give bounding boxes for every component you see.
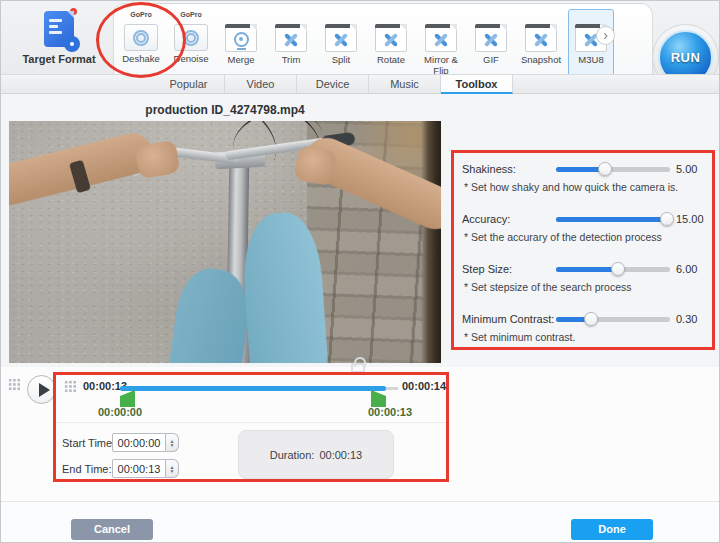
more-tools-arrow-icon[interactable]: ›	[596, 26, 615, 45]
start-time-input[interactable]: 00:00:00 ▲▼	[112, 433, 179, 452]
webcam-icon	[234, 32, 249, 47]
gopro-brand-label: GoPro	[180, 11, 201, 18]
min-contrast-slider[interactable]	[556, 317, 670, 322]
footer-bar: Cancel Done	[1, 501, 720, 543]
shakiness-caption: * Set how shaky and how quick the camera…	[464, 181, 678, 193]
gopro-camera-icon	[174, 24, 208, 51]
step-size-caption: * Set stepsize of the search process	[464, 281, 632, 293]
slider-knob[interactable]	[584, 312, 598, 326]
crossed-tools-icon	[532, 31, 550, 49]
min-contrast-caption: * Set minimum contrast.	[464, 331, 575, 343]
crossed-tools-icon	[432, 31, 450, 49]
gopro-camera-icon	[124, 24, 158, 51]
accuracy-slider[interactable]	[556, 217, 670, 222]
accuracy-label: Accuracy:	[462, 213, 510, 225]
step-size-label: Step Size:	[462, 263, 512, 275]
document-icon	[525, 24, 557, 52]
tool-mirror-flip[interactable]: Mirror & Flip	[418, 9, 464, 78]
video-filename: production ID_4274798.mp4	[9, 103, 441, 117]
slider-knob[interactable]	[660, 212, 674, 226]
document-icon	[425, 24, 457, 52]
content-area: production ID_4274798.mp4	[1, 95, 720, 501]
tool-rotate[interactable]: Rotate	[368, 9, 414, 78]
annotation-box-timeline: 00:00:13 00:00:14 00:00:00 00:00:13 Star…	[53, 372, 449, 482]
duration-display: Duration: 00:00:13	[238, 430, 394, 479]
accuracy-caption: * Set the accurary of the detection proc…	[464, 231, 662, 243]
document-icon	[475, 24, 507, 52]
tab-device[interactable]: Device	[297, 75, 369, 94]
tool-deshake[interactable]: GoPro Deshake	[118, 9, 164, 78]
rider-right-hand	[293, 145, 337, 186]
target-format-button[interactable]: Target Format	[9, 9, 109, 65]
drag-handle-icon[interactable]	[64, 380, 77, 393]
document-icon	[375, 24, 407, 52]
trim-selected-range	[120, 386, 386, 391]
trim-start-handle[interactable]	[120, 390, 135, 407]
tool-snapshot[interactable]: Snapshot	[518, 9, 564, 78]
crossed-tools-icon	[282, 31, 300, 49]
done-button[interactable]: Done	[571, 519, 653, 540]
tool-trim[interactable]: Trim	[268, 9, 314, 78]
start-time-label: Start Time:	[62, 437, 115, 449]
cancel-button[interactable]: Cancel	[71, 519, 153, 540]
stepper-icon[interactable]: ▲▼	[166, 459, 179, 478]
tools-panel: GoPro Deshake GoPro Denoise Merge Trim	[113, 3, 653, 74]
total-time: 00:00:14	[402, 380, 446, 392]
min-contrast-value: 0.30	[676, 313, 712, 325]
annotation-box-sliders: Shakiness: 5.00 * Set how shaky and how …	[451, 150, 715, 350]
accuracy-value: 15.00	[676, 213, 712, 225]
crossed-tools-icon	[482, 31, 500, 49]
trim-end-time: 00:00:13	[368, 406, 412, 418]
trim-start-time: 00:00:00	[98, 406, 142, 418]
end-time-label: End Time:	[62, 463, 112, 475]
category-tabstrip: Popular Video Device Music Toolbox	[1, 74, 720, 94]
tab-music[interactable]: Music	[369, 75, 441, 94]
tool-denoise[interactable]: GoPro Denoise	[168, 9, 214, 78]
target-format-label: Target Format	[9, 53, 109, 65]
tool-merge[interactable]: Merge	[218, 9, 264, 78]
document-icon	[275, 24, 307, 52]
crossed-tools-icon	[382, 31, 400, 49]
trim-end-handle[interactable]	[371, 390, 386, 407]
trim-track[interactable]	[120, 384, 398, 410]
tool-split[interactable]: Split	[318, 9, 364, 78]
shakiness-label: Shakiness:	[462, 163, 516, 175]
play-button[interactable]	[27, 375, 56, 404]
notification-dot	[70, 8, 77, 15]
stepper-icon[interactable]: ▲▼	[166, 433, 179, 452]
drag-handle-icon[interactable]	[8, 378, 21, 391]
document-icon	[325, 24, 357, 52]
slider-knob[interactable]	[611, 262, 625, 276]
end-time-input[interactable]: 00:00:13 ▲▼	[112, 459, 179, 478]
duration-value: 00:00:13	[319, 449, 362, 461]
document-icon	[225, 24, 257, 52]
min-contrast-label: Minimum Contrast:	[462, 313, 554, 325]
step-size-slider[interactable]	[556, 267, 670, 272]
tab-video[interactable]: Video	[225, 75, 297, 94]
shakiness-slider[interactable]	[556, 167, 670, 172]
tab-toolbox[interactable]: Toolbox	[441, 75, 513, 94]
tool-gif[interactable]: GIF	[468, 9, 514, 78]
step-size-value: 6.00	[676, 263, 712, 275]
slider-knob[interactable]	[598, 162, 612, 176]
target-format-icon	[44, 11, 74, 47]
video-preview[interactable]	[9, 121, 441, 363]
tab-popular[interactable]: Popular	[153, 75, 225, 94]
gear-icon	[64, 36, 80, 52]
app-window: Target Format GoPro Deshake GoPro Denois…	[0, 0, 720, 543]
shakiness-value: 5.00	[676, 163, 712, 175]
crossed-tools-icon	[332, 31, 350, 49]
gopro-brand-label: GoPro	[130, 11, 151, 18]
